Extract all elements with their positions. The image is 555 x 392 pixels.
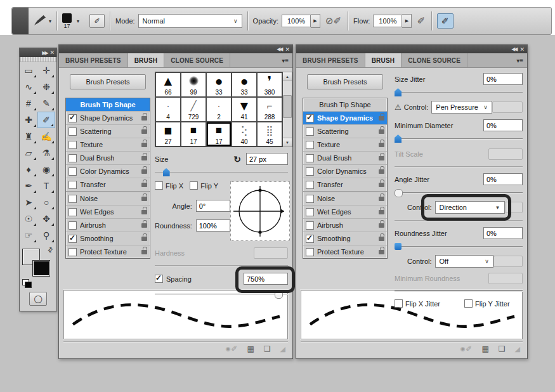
lock-icon[interactable] <box>379 183 384 187</box>
brush-option-row[interactable]: Airbrush <box>303 219 387 232</box>
tool-rotate-view[interactable]: ☉ <box>20 211 37 227</box>
slider-thumb[interactable] <box>395 189 403 197</box>
option-checkbox[interactable] <box>306 181 314 189</box>
opacity-slider-button[interactable]: ▶ <box>311 14 320 28</box>
brush-tip-cell[interactable]: ■ 17 <box>181 122 206 147</box>
option-checkbox[interactable] <box>306 195 314 203</box>
option-checkbox[interactable] <box>306 235 314 243</box>
flip-y-jitter-checkbox[interactable] <box>464 299 473 308</box>
brush-option-row[interactable]: Airbrush <box>66 219 150 232</box>
lock-icon[interactable] <box>141 210 147 214</box>
panel-tab[interactable]: BRUSH PRESETS <box>296 53 365 67</box>
brush-option-row[interactable]: Dual Brush <box>66 152 150 165</box>
option-checkbox[interactable] <box>69 208 77 216</box>
brush-option-row[interactable]: Shape Dynamics <box>66 112 150 125</box>
panel-tab[interactable]: CLONE SOURCE <box>402 53 467 67</box>
slider-thumb[interactable] <box>395 134 402 143</box>
background-color-swatch[interactable] <box>32 260 50 277</box>
quick-mask-button[interactable]: ◯ <box>29 292 47 306</box>
option-checkbox[interactable] <box>306 208 314 216</box>
tool-eraser[interactable]: ▱ <box>20 145 37 161</box>
lock-icon[interactable] <box>141 129 147 134</box>
create-new-brush-icon[interactable]: ❏ <box>499 345 506 353</box>
size-control-dropdown[interactable]: Pen Pressure ∨ <box>431 101 492 114</box>
tool-history-brush[interactable]: ✍ <box>37 128 55 145</box>
tool-zoom[interactable]: ⚲ <box>37 227 55 244</box>
roundness-field[interactable] <box>196 219 230 232</box>
lock-icon[interactable] <box>379 210 384 214</box>
brush-tip-cell[interactable]: ● 33 <box>206 72 232 97</box>
lock-icon[interactable] <box>141 237 147 241</box>
tablet-pressure-opacity-icon[interactable]: ⊘✐ <box>325 15 341 27</box>
brush-tip-cell[interactable]: ▼ 41 <box>232 97 257 122</box>
brush-option-row[interactable]: Protect Texture <box>303 245 387 258</box>
brush-angle-preview[interactable] <box>230 181 290 241</box>
brush-tip-cell[interactable]: ■ 17 <box>206 122 232 147</box>
brush-option-row[interactable]: Noise <box>303 192 387 206</box>
lock-icon[interactable] <box>379 169 384 174</box>
scroll-down-button[interactable]: ▼ <box>283 138 292 147</box>
slider-thumb[interactable] <box>395 88 402 96</box>
tool-hand[interactable]: ☞ <box>20 227 37 244</box>
tool-healing-brush[interactable]: ✚ <box>20 112 37 128</box>
panel-tab[interactable]: BRUSH PRESETS <box>59 53 128 67</box>
lock-icon[interactable] <box>141 116 147 121</box>
brush-option-row[interactable]: Wet Edges <box>303 206 387 219</box>
brush-option-row[interactable]: Color Dynamics <box>303 165 387 178</box>
default-colors-icon[interactable] <box>22 279 29 285</box>
scroll-up-button[interactable]: ▲ <box>283 72 292 81</box>
lock-icon[interactable] <box>379 143 384 147</box>
toggle-live-tip-preview-icon[interactable]: ◉✐ <box>226 345 238 353</box>
option-checkbox[interactable] <box>306 221 314 230</box>
blend-mode-select[interactable]: Normal ∨ <box>138 14 242 28</box>
brush-tip-cell[interactable]: ╱ 729 <box>181 97 206 122</box>
scrollbar[interactable]: ▲ ▼ <box>283 72 292 147</box>
option-checkbox[interactable] <box>69 181 77 189</box>
tablet-pressure-size-icon[interactable]: ✐ <box>417 15 425 27</box>
panel-tab[interactable]: BRUSH <box>365 53 402 67</box>
panel-menu-icon[interactable]: ▾≡ <box>516 57 527 64</box>
brush-tip-cell[interactable]: · 4 <box>155 97 181 122</box>
spacing-field[interactable] <box>244 273 288 285</box>
reset-icon[interactable]: ↻ <box>233 154 241 164</box>
option-checkbox[interactable] <box>306 127 314 136</box>
option-checkbox[interactable] <box>69 248 77 256</box>
brush-option-row[interactable]: Scattering <box>303 125 387 138</box>
tool-blur[interactable]: ♦ <box>20 161 37 178</box>
panel-tab[interactable]: BRUSH <box>128 53 165 67</box>
brush-option-row[interactable]: Shape Dynamics <box>303 112 387 125</box>
flow-field[interactable]: 100% <box>373 15 402 27</box>
scrollbar-thumb[interactable] <box>283 95 292 118</box>
close-icon[interactable]: ✕ <box>285 46 290 53</box>
option-checkbox[interactable] <box>69 154 77 162</box>
roundness-jitter-slider[interactable] <box>395 242 523 251</box>
lock-icon[interactable] <box>141 156 147 160</box>
tool-crop[interactable]: # <box>20 95 37 112</box>
spacing-slider[interactable] <box>155 290 288 298</box>
slider-thumb[interactable] <box>395 243 402 250</box>
flow-slider-button[interactable]: ▶ <box>402 14 412 28</box>
brush-tip-cell[interactable]: ❜ 380 <box>257 72 282 97</box>
brush-presets-button[interactable]: Brush Presets <box>307 74 383 89</box>
tool-clone-stamp[interactable]: ♜ <box>20 128 37 145</box>
toggle-live-tip-preview-icon[interactable]: ◉✐ <box>460 345 473 353</box>
drag-grip[interactable] <box>20 57 56 62</box>
flip-y-checkbox[interactable] <box>190 181 198 190</box>
spacing-checkbox[interactable] <box>155 275 163 283</box>
brush-presets-button[interactable]: Brush Presets <box>70 74 146 89</box>
lock-icon[interactable] <box>379 116 384 121</box>
lock-icon[interactable] <box>379 129 384 134</box>
lock-icon[interactable] <box>379 197 384 201</box>
lock-icon[interactable] <box>141 250 147 254</box>
option-checkbox[interactable] <box>69 114 77 122</box>
lock-icon[interactable] <box>141 183 147 187</box>
tool-brush[interactable]: ✐ <box>37 112 55 128</box>
brush-tip-cell[interactable]: ⣿ 45 <box>257 122 282 147</box>
size-jitter-field[interactable] <box>483 73 523 85</box>
brush-option-row[interactable]: Noise <box>66 192 150 206</box>
brush-option-row[interactable]: Transfer <box>303 178 387 192</box>
brush-option-row[interactable]: Texture <box>66 138 150 152</box>
brush-tip-cell[interactable]: ■ 27 <box>155 122 181 147</box>
resize-grip-icon[interactable]: ◢ <box>515 345 520 353</box>
brush-tool-group[interactable]: ▾ <box>29 8 56 34</box>
